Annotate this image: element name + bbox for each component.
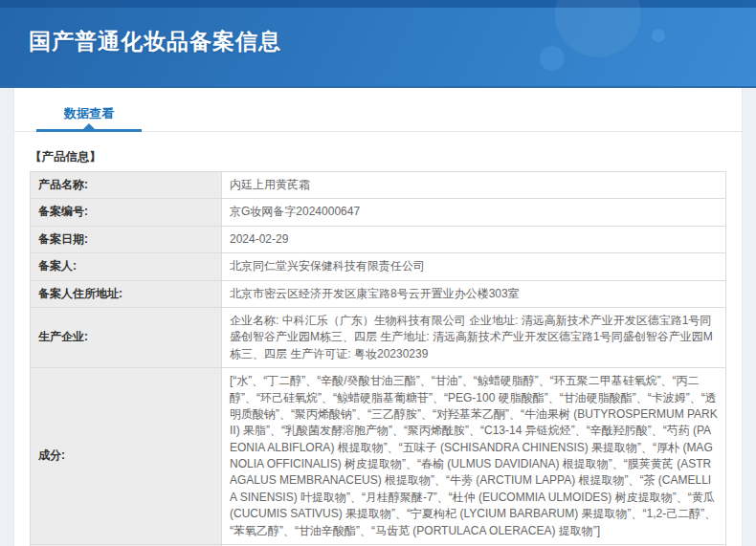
banner-bubble-decoration — [555, 0, 641, 57]
product-info-table: 产品名称: 内廷上用黄芪霜 备案编号: 京G妆网备字2024000647 备案日… — [30, 171, 726, 546]
table-row: 备案人住所地址: 北京市密云区经济开发区康宝路8号云开置业办公楼303室 — [31, 280, 726, 307]
page-banner: 国产普通化妆品备案信息 — [0, 0, 756, 88]
tab-active-underline — [36, 129, 142, 132]
row-label-manufacturer: 生产企业: — [31, 307, 222, 367]
tab-data-view-label: 数据查看 — [64, 106, 114, 120]
row-value-record-date: 2024-02-29 — [222, 226, 726, 252]
table-row: 成分: [“水”、“丁二醇”、“辛酸/癸酸甘油三酯”、“甘油”、“鲸蜡硬脂醇”、… — [31, 368, 726, 545]
main-content: 【产品信息】 产品名称: 内廷上用黄芪霜 备案编号: 京G妆网备字2024000… — [14, 132, 742, 546]
banner-top-strip — [0, 0, 756, 8]
row-value-registrant-address: 北京市密云区经济开发区康宝路8号云开置业办公楼303室 — [222, 280, 726, 307]
table-row: 备案日期: 2024-02-29 — [31, 226, 726, 252]
table-row: 备案编号: 京G妆网备字2024000647 — [31, 199, 726, 226]
row-value-registrant: 北京同仁堂兴安保健科技有限责任公司 — [222, 253, 726, 280]
table-row: 生产企业: 企业名称: 中科汇乐（广东）生物科技有限公司 企业地址: 清远高新技… — [31, 307, 726, 367]
row-value-record-number: 京G妆网备字2024000647 — [222, 199, 726, 226]
banner-bubble-decoration — [652, 29, 665, 42]
banner-bubble-decoration — [540, 46, 565, 71]
row-label-registrant-address: 备案人住所地址: — [31, 280, 222, 307]
content-card: 数据查看 【产品信息】 产品名称: 内廷上用黄芪霜 备案编号: 京G妆网备字20… — [13, 88, 743, 546]
product-info-section-title: 【产品信息】 — [30, 149, 726, 165]
row-label-record-date: 备案日期: — [31, 226, 222, 252]
row-value-manufacturer: 企业名称: 中科汇乐（广东）生物科技有限公司 企业地址: 清远高新技术产业开发区… — [222, 307, 726, 367]
row-label-product-name: 产品名称: — [31, 172, 222, 199]
row-label-registrant: 备案人: — [31, 253, 222, 280]
row-label-ingredients: 成分: — [31, 368, 222, 545]
table-row: 备案人: 北京同仁堂兴安保健科技有限责任公司 — [31, 253, 726, 280]
tab-bar: 数据查看 — [14, 88, 742, 132]
row-value-product-name: 内廷上用黄芪霜 — [222, 172, 726, 199]
page-title: 国产普通化妆品备案信息 — [29, 27, 281, 56]
row-label-record-number: 备案编号: — [31, 199, 222, 226]
row-value-ingredients: [“水”、“丁二醇”、“辛酸/癸酸甘油三酯”、“甘油”、“鲸蜡硬脂醇”、“环五聚… — [222, 368, 726, 545]
table-row: 产品名称: 内廷上用黄芪霜 — [31, 172, 726, 199]
tab-data-view[interactable]: 数据查看 — [36, 104, 142, 131]
